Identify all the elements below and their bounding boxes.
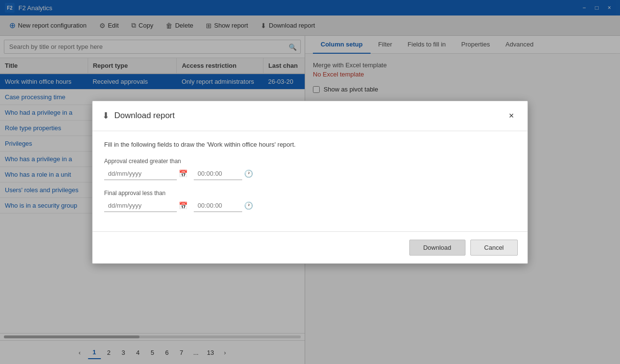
modal-download-icon: ⬇ (102, 110, 109, 121)
modal-title: ⬇ Download report (102, 110, 175, 121)
approval-created-time-input[interactable] (194, 167, 242, 180)
field1-clock-button[interactable]: 🕐 (242, 168, 255, 179)
field2-time-wrap: 🕐 (194, 199, 255, 212)
modal-download-button[interactable]: Download (409, 240, 465, 256)
modal-body: Fill in the following fields to draw the… (93, 131, 527, 231)
calendar-icon: 📅 (179, 169, 188, 178)
field1-inputs: 📅 🕐 (104, 167, 516, 180)
field1-calendar-button[interactable]: 📅 (177, 168, 190, 179)
final-approval-date-input[interactable] (104, 199, 177, 212)
clock-icon: 🕐 (244, 169, 253, 178)
field2-inputs: 📅 🕐 (104, 199, 516, 212)
approval-created-date-input[interactable] (104, 167, 177, 180)
field2-label: Final approval less than (104, 190, 516, 197)
field1-time-wrap: 🕐 (194, 167, 255, 180)
field1-label: Approval created greater than (104, 158, 516, 165)
download-report-modal: ⬇ Download report × Fill in the followin… (92, 101, 528, 264)
modal-header: ⬇ Download report × (93, 101, 527, 131)
modal-footer: Download Cancel (93, 231, 527, 263)
clock-icon-2: 🕐 (244, 201, 253, 210)
field2-date-wrap: 📅 (104, 199, 190, 212)
calendar-icon-2: 📅 (179, 201, 188, 210)
final-approval-field: Final approval less than 📅 🕐 (104, 190, 516, 212)
field1-date-wrap: 📅 (104, 167, 190, 180)
modal-title-text: Download report (114, 111, 175, 121)
field2-clock-button[interactable]: 🕐 (242, 200, 255, 211)
approval-created-field: Approval created greater than 📅 🕐 (104, 158, 516, 180)
final-approval-time-input[interactable] (194, 199, 242, 212)
modal-description: Fill in the following fields to draw the… (104, 141, 516, 148)
field2-calendar-button[interactable]: 📅 (177, 200, 190, 211)
modal-cancel-button[interactable]: Cancel (470, 240, 518, 256)
modal-overlay: ⬇ Download report × Fill in the followin… (0, 0, 620, 364)
modal-close-button[interactable]: × (505, 109, 518, 123)
